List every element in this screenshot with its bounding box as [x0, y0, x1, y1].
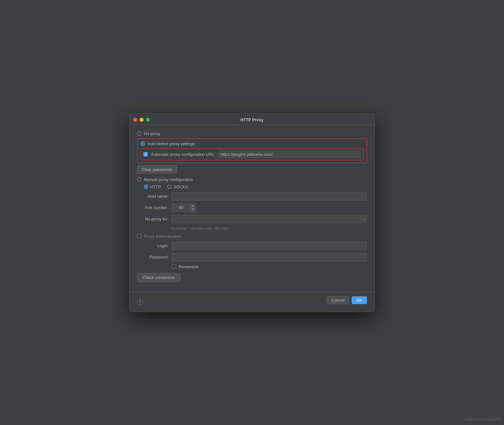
cancel-button[interactable]: Cancel [327, 296, 349, 304]
remember-checkbox[interactable] [172, 264, 176, 269]
port-increment-button[interactable]: ▲ [191, 204, 196, 208]
login-row: Login: [137, 242, 367, 250]
login-label: Login: [137, 243, 172, 248]
remember-row: Remember [172, 264, 367, 269]
manual-proxy-row: Manual proxy configuration [137, 177, 367, 182]
port-input[interactable]: 80 [172, 204, 191, 212]
auto-url-checkbox[interactable] [143, 152, 148, 156]
check-connection-button[interactable]: Check connection [137, 273, 180, 282]
dialog-content: No proxy Auto-detect proxy settings Auto… [129, 125, 375, 292]
ok-button[interactable]: OK [352, 296, 367, 304]
manual-proxy-radio[interactable] [137, 177, 141, 182]
host-name-row: Host name: [137, 192, 367, 201]
auto-detect-radio-row: Auto-detect proxy settings [140, 141, 364, 146]
auto-url-input[interactable] [218, 151, 361, 158]
maximize-button[interactable] [146, 118, 150, 122]
manual-proxy-label[interactable]: Manual proxy configuration [144, 177, 193, 182]
no-proxy-radio[interactable] [137, 131, 141, 136]
port-decrement-button[interactable]: ▼ [191, 208, 196, 212]
proxy-auth-row: Proxy authentication [137, 234, 367, 239]
auto-detect-label[interactable]: Auto-detect proxy settings [147, 141, 195, 146]
port-number-row: Port number: 80 ▲ ▼ [137, 204, 367, 212]
http-radio[interactable] [144, 184, 148, 189]
no-proxy-row: No proxy [137, 131, 367, 136]
close-button[interactable] [133, 118, 137, 122]
proxy-auth-checkbox[interactable] [137, 234, 141, 238]
socks-protocol-option: SOCKS [167, 184, 188, 189]
auto-detect-section: Auto-detect proxy settings Automatic pro… [137, 139, 367, 163]
dialog-actions: Cancel OK [327, 296, 367, 308]
no-proxy-for-label: No proxy for: [137, 217, 172, 221]
proxy-auth-label[interactable]: Proxy authentication [144, 234, 181, 239]
dialog-title: HTTP Proxy [240, 117, 263, 122]
no-proxy-for-input[interactable] [172, 215, 367, 223]
no-proxy-example: Example: *.domain.com, 192.168.* [172, 226, 367, 231]
port-wrapper: 80 ▲ ▼ [172, 204, 196, 212]
no-proxy-for-row: No proxy for: ⤢ [137, 215, 367, 223]
socks-radio[interactable] [167, 184, 172, 189]
remember-label[interactable]: Remember [179, 264, 199, 269]
traffic-lights [133, 118, 150, 122]
clear-passwords-button[interactable]: Clear passwords [137, 166, 177, 173]
login-input[interactable] [172, 242, 367, 250]
proxy-config-url-row: Automatic proxy configuration URL: [140, 149, 364, 160]
host-name-label: Host name: [137, 194, 172, 199]
http-protocol-option: HTTP [144, 184, 161, 189]
host-name-input[interactable] [172, 192, 367, 201]
password-label: Password: [137, 255, 172, 259]
http-proxy-dialog: HTTP Proxy No proxy Auto-detect proxy se… [129, 113, 375, 312]
http-label[interactable]: HTTP [150, 184, 161, 189]
socks-label[interactable]: SOCKS [174, 184, 188, 189]
password-row: Password: [137, 253, 367, 261]
watermark: CSDN @Scala没有静态 [464, 417, 501, 422]
no-proxy-for-wrapper: ⤢ [172, 215, 367, 223]
protocol-row: HTTP SOCKS [144, 184, 367, 189]
auto-url-label[interactable]: Automatic proxy configuration URL: [151, 152, 215, 157]
port-spinner: ▲ ▼ [191, 204, 196, 212]
help-button[interactable]: ? [137, 299, 143, 305]
title-bar: HTTP Proxy [129, 114, 375, 125]
no-proxy-label[interactable]: No proxy [144, 131, 160, 136]
minimize-button[interactable] [140, 118, 144, 122]
port-number-label: Port number: [137, 205, 172, 210]
expand-icon[interactable]: ⤢ [363, 217, 366, 221]
password-input[interactable] [172, 253, 367, 261]
bottom-bar: ? Cancel OK [129, 292, 375, 312]
auto-detect-radio[interactable] [140, 141, 145, 146]
